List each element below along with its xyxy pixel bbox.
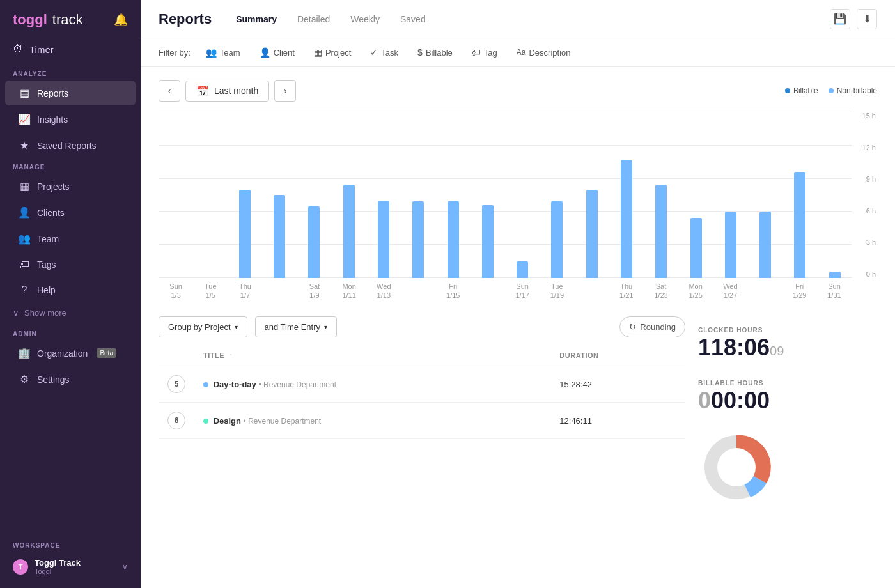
bar[interactable] (308, 206, 320, 278)
sidebar-item-settings[interactable]: ⚙ Settings (5, 367, 136, 392)
bar[interactable] (586, 190, 598, 278)
bar-group[interactable] (644, 185, 678, 278)
bar-group[interactable] (783, 172, 816, 278)
bar[interactable] (690, 218, 702, 278)
logo-track: track (52, 12, 83, 28)
sidebar-item-help[interactable]: ? Help (5, 278, 136, 302)
filter-billable[interactable]: $ Billable (414, 45, 456, 60)
calendar-icon: 📅 (196, 85, 209, 97)
bar[interactable] (759, 212, 771, 278)
project-name: Day-to-day (214, 380, 256, 389)
topbar-tabs: Summary Detailed Weekly Saved (227, 10, 435, 28)
tab-summary[interactable]: Summary (227, 10, 286, 28)
bar-group[interactable] (679, 218, 712, 278)
show-more-button[interactable]: ∨ Show more (0, 303, 141, 325)
workspace-chevron-icon: ∨ (122, 562, 128, 571)
tab-detailed[interactable]: Detailed (288, 10, 339, 28)
tab-saved[interactable]: Saved (391, 10, 435, 28)
chart-legend: Billable Non-billable (785, 86, 877, 95)
bar[interactable] (412, 201, 424, 278)
bar[interactable] (655, 185, 667, 278)
workspace-item[interactable]: T Toggl Track Toggl ∨ (0, 552, 141, 582)
tab-weekly[interactable]: Weekly (341, 10, 389, 28)
sidebar-item-projects[interactable]: ▦ Projects (5, 174, 136, 199)
bar-group[interactable] (818, 272, 852, 278)
sidebar-item-insights[interactable]: 📈 Insights (5, 107, 136, 132)
bar[interactable] (482, 205, 494, 278)
tags-icon: 🏷 (18, 259, 31, 270)
sort-asc-icon: ↑ (230, 352, 233, 359)
bar[interactable] (274, 195, 285, 278)
bar[interactable] (447, 201, 459, 278)
col-title[interactable]: TITLE ↑ (194, 345, 550, 366)
group-by-button[interactable]: Group by Project ▾ (159, 316, 247, 337)
bar-group[interactable] (436, 201, 469, 278)
beta-badge: Beta (97, 348, 116, 358)
bar[interactable] (725, 212, 736, 278)
filter-task[interactable]: ✓ Task (366, 45, 402, 60)
bar-group[interactable] (401, 201, 435, 278)
bar-group[interactable] (367, 201, 400, 278)
next-period-button[interactable]: › (274, 80, 296, 102)
download-button[interactable]: ⬇ (857, 9, 877, 29)
x-label-group (401, 278, 435, 304)
bar-group[interactable] (332, 185, 365, 278)
bar[interactable] (794, 172, 805, 278)
time-entry-button[interactable]: and Time Entry ▾ (255, 316, 337, 337)
sidebar-item-tags[interactable]: 🏷 Tags (5, 252, 136, 277)
bar[interactable] (239, 190, 251, 278)
bar-group[interactable] (471, 205, 504, 278)
sidebar-item-organization[interactable]: 🏢 Organization Beta (5, 341, 136, 366)
table-row[interactable]: 5 Day-to-day • Revenue Department 15:28:… (159, 366, 685, 403)
bar-group[interactable] (714, 212, 747, 278)
bar[interactable] (517, 261, 528, 278)
x-label-group: Mon1/11 (332, 278, 366, 304)
bar[interactable] (378, 201, 389, 278)
bar-group[interactable] (297, 206, 331, 278)
bar[interactable] (829, 272, 841, 278)
bar-group[interactable] (506, 261, 539, 278)
title-col-label: TITLE (203, 352, 224, 359)
bar-group[interactable] (540, 201, 573, 278)
save-icon: 💾 (834, 13, 846, 25)
filter-client[interactable]: 👤 Client (256, 45, 299, 60)
bar-group[interactable] (610, 160, 643, 278)
admin-section-label: ADMIN (0, 325, 141, 340)
bar[interactable] (621, 160, 632, 278)
rounding-button[interactable]: ↻ Rounding (619, 316, 685, 337)
x-date-label: 1/11 (342, 291, 355, 300)
save-report-button[interactable]: 💾 (830, 9, 850, 29)
bar[interactable] (343, 185, 355, 278)
filter-billable-icon: $ (417, 47, 423, 58)
project-name: Design (214, 416, 241, 426)
filter-team[interactable]: 👥 Team (202, 45, 244, 60)
workspace-info: Toggl Track Toggl (35, 558, 81, 575)
bar-group[interactable] (228, 190, 261, 278)
topbar: Reports Summary Detailed Weekly Saved 💾 … (141, 0, 895, 38)
table-row[interactable]: 6 Design • Revenue Department 12:46:11 (159, 403, 685, 439)
sidebar-timer-item[interactable]: ⏱ Timer (0, 37, 141, 65)
logo-area: toggl track 🔔 (0, 0, 141, 37)
table-section: Group by Project ▾ and Time Entry ▾ ↻ Ro… (159, 316, 685, 506)
bar-group[interactable] (749, 212, 782, 278)
prev-period-button[interactable]: ‹ (159, 80, 180, 102)
billable-hours-value: 000:00 (698, 389, 877, 412)
bar-group[interactable] (263, 195, 296, 278)
sidebar-item-reports[interactable]: ▤ Reports (5, 81, 136, 105)
filter-tag-label: Tag (484, 48, 497, 58)
sidebar-item-team[interactable]: 👥 Team (5, 226, 136, 251)
notification-bell-icon[interactable]: 🔔 (114, 13, 128, 27)
date-range-button[interactable]: 📅 Last month (185, 81, 269, 102)
sidebar-item-saved-reports[interactable]: ★ Saved Reports (5, 133, 136, 158)
bar[interactable] (551, 201, 563, 278)
x-day-label: Wed (377, 282, 391, 291)
filter-tag[interactable]: 🏷 Tag (468, 45, 501, 60)
filter-description[interactable]: Aa Description (513, 45, 575, 60)
y-label-6: 6 h (862, 207, 876, 215)
sidebar: toggl track 🔔 ⏱ Timer ANALYZE ▤ Reports … (0, 0, 141, 588)
filter-project[interactable]: ▦ Project (310, 45, 355, 60)
bar-group[interactable] (575, 190, 609, 278)
chart-y-axis: 15 h 12 h 9 h 6 h 3 h 0 h (862, 112, 877, 278)
rounding-icon: ↻ (629, 322, 636, 332)
sidebar-item-clients[interactable]: 👤 Clients (5, 200, 136, 225)
